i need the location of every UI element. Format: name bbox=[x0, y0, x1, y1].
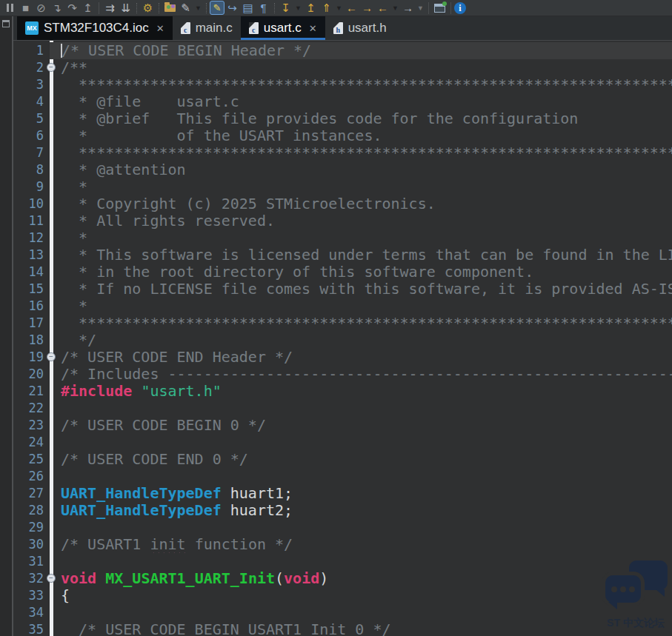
close-icon[interactable]: ✕ bbox=[156, 23, 164, 34]
show-whitespace-button[interactable]: ¶ bbox=[256, 1, 271, 16]
code-text[interactable]: */ bbox=[50, 332, 672, 349]
line-number[interactable]: 27 bbox=[13, 485, 50, 502]
code-text[interactable]: { bbox=[50, 587, 672, 604]
show-execution-button[interactable]: ⇉ bbox=[102, 1, 118, 16]
code-text[interactable] bbox=[50, 468, 672, 485]
next-annotation-dropdown[interactable]: ▼ bbox=[293, 1, 303, 16]
code-text[interactable]: * If no LICENSE file comes with this sof… bbox=[50, 281, 672, 298]
suspend-button[interactable] bbox=[2, 1, 18, 16]
code-text[interactable]: * All rights reserved. bbox=[50, 212, 672, 230]
line-number[interactable]: 6 bbox=[13, 127, 50, 144]
line-number[interactable]: 17 bbox=[13, 315, 50, 332]
format-menu-dropdown[interactable]: ▼ bbox=[193, 1, 203, 16]
line-number[interactable]: 18 bbox=[13, 332, 50, 349]
code-text[interactable]: /* USER CODE BEGIN Header */ bbox=[50, 42, 672, 59]
build-button[interactable]: ⚙ bbox=[140, 1, 156, 16]
line-number[interactable]: 3 bbox=[13, 76, 50, 93]
line-number[interactable]: 16 bbox=[13, 298, 50, 315]
line-number[interactable]: 4 bbox=[13, 93, 50, 110]
code-text[interactable]: /* Includes ----------------------------… bbox=[50, 366, 672, 383]
back-history-button[interactable]: ← bbox=[344, 1, 359, 16]
step-over-button[interactable]: ↷ bbox=[64, 1, 80, 16]
line-number[interactable]: 34 bbox=[13, 604, 50, 621]
code-text[interactable] bbox=[50, 519, 672, 536]
next-annotation-button[interactable]: ↧ bbox=[278, 1, 293, 16]
code-text[interactable]: * Copyright (c) 2025 STMicroelectronics. bbox=[50, 195, 672, 212]
line-number[interactable]: 11 bbox=[13, 212, 50, 230]
code-text[interactable]: #include "usart.h" bbox=[50, 383, 672, 400]
code-text[interactable]: /* USART1 init function */ bbox=[50, 536, 672, 553]
tab-usart-h[interactable]: h usart.h bbox=[325, 16, 395, 40]
line-number[interactable]: 7 bbox=[13, 144, 50, 161]
line-number[interactable]: 20 bbox=[13, 366, 50, 383]
code-text[interactable]: ****************************************… bbox=[50, 76, 672, 93]
close-icon[interactable]: ✕ bbox=[309, 23, 317, 34]
line-number[interactable]: 23 bbox=[13, 417, 50, 434]
show-source-button[interactable]: ▤ bbox=[240, 1, 256, 16]
code-text[interactable]: * @brief This file provides code for the… bbox=[50, 110, 672, 127]
line-number[interactable]: 12 bbox=[13, 230, 50, 247]
line-number[interactable]: 31 bbox=[13, 553, 50, 570]
code-text[interactable]: UART_HandleTypeDef huart2; bbox=[50, 502, 672, 519]
code-text[interactable] bbox=[50, 400, 672, 417]
line-number[interactable]: 26 bbox=[13, 468, 50, 485]
line-number[interactable]: 28 bbox=[13, 502, 50, 519]
code-text[interactable]: * @attention bbox=[50, 161, 672, 178]
code-text[interactable]: * in the root directory of this software… bbox=[50, 264, 672, 281]
tab-usart-c[interactable]: c usart.c ✕ bbox=[241, 16, 325, 40]
pin-editor-button[interactable] bbox=[432, 1, 448, 16]
code-text[interactable]: /* USER CODE BEGIN USART1_Init 0 */ bbox=[50, 621, 672, 636]
line-number[interactable]: 1 bbox=[13, 42, 50, 59]
code-text[interactable]: /* USER CODE END Header */ bbox=[50, 349, 672, 366]
line-number[interactable]: 32 bbox=[13, 570, 50, 587]
line-number[interactable]: 14 bbox=[13, 264, 50, 281]
line-number[interactable]: 10 bbox=[13, 195, 50, 212]
line-number[interactable]: 19 bbox=[13, 349, 50, 366]
code-text[interactable]: * bbox=[50, 298, 672, 315]
line-number[interactable]: 24 bbox=[13, 434, 50, 451]
forward-dropdown[interactable]: ▼ bbox=[416, 1, 425, 16]
fold-marker[interactable]: − bbox=[47, 352, 56, 361]
line-number[interactable]: 25 bbox=[13, 451, 50, 468]
fold-marker[interactable]: − bbox=[47, 63, 56, 72]
link-with-editor-button[interactable]: ↪ bbox=[224, 1, 240, 16]
line-number[interactable]: 2 bbox=[13, 59, 50, 76]
code-text[interactable]: * bbox=[50, 178, 672, 195]
toggle-mark-occurrences-button[interactable]: ✎ bbox=[210, 1, 224, 15]
back-dropdown[interactable]: ▼ bbox=[390, 1, 400, 16]
code-text[interactable]: * @file usart.c bbox=[50, 93, 672, 110]
code-text[interactable]: * of the USART instances. bbox=[50, 127, 672, 144]
line-number[interactable]: 21 bbox=[13, 383, 50, 400]
line-number[interactable]: 15 bbox=[13, 281, 50, 298]
code-text[interactable]: void MX_USART1_UART_Init(void) bbox=[50, 570, 672, 587]
code-editor[interactable]: 1/* USER CODE BEGIN Header */2/**3 *****… bbox=[13, 41, 672, 636]
step-into-button[interactable]: ↴ bbox=[49, 1, 64, 16]
step-return-button[interactable]: ↥ bbox=[80, 1, 96, 16]
forward-button[interactable]: → bbox=[400, 1, 416, 16]
info-button[interactable]: i bbox=[454, 2, 466, 14]
previous-annotation-button[interactable]: ↥ bbox=[303, 1, 319, 16]
code-text[interactable] bbox=[50, 604, 672, 621]
line-number[interactable]: 30 bbox=[13, 536, 50, 553]
restore-view-icon[interactable] bbox=[2, 20, 10, 27]
line-number[interactable]: 8 bbox=[13, 161, 50, 178]
fold-marker[interactable]: − bbox=[47, 574, 56, 583]
line-number[interactable]: 35 bbox=[13, 621, 50, 636]
code-text[interactable]: /** bbox=[50, 59, 672, 76]
forward-history-button[interactable]: → bbox=[359, 1, 375, 16]
line-number[interactable]: 13 bbox=[13, 247, 50, 264]
code-text[interactable]: ****************************************… bbox=[50, 144, 672, 161]
line-number[interactable]: 33 bbox=[13, 587, 50, 604]
code-text[interactable]: /* USER CODE END 0 */ bbox=[50, 451, 672, 468]
tab-main-c[interactable]: c main.c bbox=[173, 16, 241, 40]
tab-stm32f103c4-ioc[interactable]: MX STM32F103C4.ioc ✕ bbox=[17, 16, 173, 40]
back-button[interactable]: ← bbox=[375, 1, 390, 16]
line-number[interactable]: 22 bbox=[13, 400, 50, 417]
instruction-stepping-button[interactable]: ⇊ bbox=[118, 1, 133, 16]
code-text[interactable]: * bbox=[50, 230, 672, 247]
code-text[interactable] bbox=[50, 434, 672, 451]
code-text[interactable]: /* USER CODE BEGIN 0 */ bbox=[50, 417, 672, 434]
previous-edit-dropdown[interactable]: ▼ bbox=[334, 1, 344, 16]
code-text[interactable]: UART_HandleTypeDef huart1; bbox=[50, 485, 672, 502]
code-text[interactable]: ****************************************… bbox=[50, 315, 672, 332]
